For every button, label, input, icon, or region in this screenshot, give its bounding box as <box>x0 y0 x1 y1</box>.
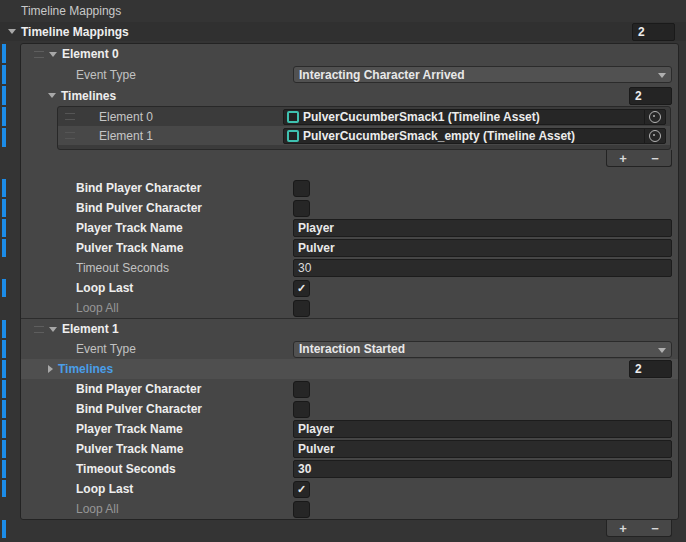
loop-last-checkbox[interactable]: ✓ <box>293 481 310 498</box>
drag-handle-icon[interactable] <box>34 51 44 58</box>
foldout-open-icon[interactable] <box>49 52 57 57</box>
timeline-list-item[interactable]: Element 0 PulverCucumberSmack1 (Timeline… <box>58 107 670 126</box>
event-type-value: Interacting Character Arrived <box>299 68 465 82</box>
timeout-row: Timeout Seconds 30 <box>21 258 678 278</box>
timeout-row: Timeout Seconds 30 <box>21 459 678 479</box>
pulver-track-row: Pulver Track Name Pulver <box>21 439 678 459</box>
timeout-input[interactable]: 30 <box>293 460 672 478</box>
pulver-track-input[interactable]: Pulver <box>293 440 672 458</box>
timeline-asset-icon <box>287 111 299 123</box>
property-label: Timeline Mappings <box>21 4 121 18</box>
bind-pulver-label: Bind Pulver Character <box>76 402 202 416</box>
bind-pulver-label: Bind Pulver Character <box>76 201 202 215</box>
inspector-panel: Timeline Mappings Timeline Mappings 2 El… <box>0 0 686 542</box>
loop-last-label: Loop Last <box>76 281 133 295</box>
foldout-open-icon[interactable] <box>48 93 56 98</box>
timeline-object-value: PulverCucumberSmack1 (Timeline Asset) <box>303 110 540 124</box>
chevron-down-icon <box>658 348 666 353</box>
timeline-asset-icon <box>287 130 299 142</box>
element-1-header[interactable]: Element 1 <box>21 319 678 339</box>
element-0-header[interactable]: Element 0 <box>21 44 678 64</box>
timeline-mappings-title: Timeline Mappings <box>21 25 129 39</box>
pulver-track-input[interactable]: Pulver <box>293 239 672 257</box>
timelines-list: Element 0 PulverCucumberSmack1 (Timeline… <box>57 106 671 150</box>
element-title: Element 1 <box>62 322 119 336</box>
pulver-track-label: Pulver Track Name <box>76 442 183 456</box>
foldout-open-icon[interactable] <box>49 327 57 332</box>
player-track-input[interactable]: Player <box>293 420 672 438</box>
timeline-object-value: PulverCucumberSmack_empty (Timeline Asse… <box>303 129 575 143</box>
foldout-open-icon[interactable] <box>8 29 16 34</box>
pulver-track-row: Pulver Track Name Pulver <box>21 238 678 258</box>
bind-player-row: Bind Player Character <box>21 178 678 198</box>
timeout-label: Timeout Seconds <box>76 462 176 476</box>
timeline-list-item[interactable]: Element 1 PulverCucumberSmack_empty (Tim… <box>58 126 670 145</box>
timeline-mappings-header[interactable]: Timeline Mappings 2 <box>0 22 686 41</box>
loop-last-row: Loop Last ✓ <box>21 479 678 499</box>
loop-all-label: Loop All <box>76 502 119 516</box>
event-type-row: Event Type Interaction Started <box>21 339 678 359</box>
timelines-label: Timelines <box>58 362 113 376</box>
bind-player-row: Bind Player Character <box>21 379 678 399</box>
timelines-label: Timelines <box>61 89 116 103</box>
loop-all-checkbox[interactable] <box>293 300 310 317</box>
remove-button[interactable]: − <box>641 521 669 536</box>
timelines-list-footer: + − <box>21 150 678 167</box>
add-button[interactable]: + <box>609 521 637 536</box>
timeline-item-label: Element 0 <box>99 110 153 124</box>
object-field-divider <box>644 110 645 124</box>
timeline-mappings-box: Element 0 Event Type Interacting Charact… <box>20 43 679 520</box>
loop-all-row: Loop All <box>21 499 678 519</box>
loop-all-checkbox[interactable] <box>293 501 310 518</box>
player-track-row: Player Track Name Player <box>21 218 678 238</box>
event-type-dropdown[interactable]: Interaction Started <box>293 341 672 358</box>
event-type-value: Interaction Started <box>299 342 405 356</box>
drag-handle-icon[interactable] <box>65 132 75 139</box>
bind-player-checkbox[interactable] <box>293 180 310 197</box>
pulver-track-label: Pulver Track Name <box>76 241 183 255</box>
timeline-mappings-footer: + − <box>0 520 679 538</box>
bind-pulver-row: Bind Pulver Character <box>21 399 678 419</box>
bind-player-label: Bind Player Character <box>76 181 201 195</box>
loop-all-row: Loop All <box>21 298 678 318</box>
add-button[interactable]: + <box>609 151 637 166</box>
timelines-size-field[interactable]: 2 <box>629 360 672 378</box>
player-track-label: Player Track Name <box>76 422 183 436</box>
timeline-object-field[interactable]: PulverCucumberSmack1 (Timeline Asset) <box>283 109 666 125</box>
bind-player-checkbox[interactable] <box>293 381 310 398</box>
remove-button[interactable]: − <box>641 151 669 166</box>
bind-player-label: Bind Player Character <box>76 382 201 396</box>
loop-all-label: Loop All <box>76 301 119 315</box>
bind-pulver-checkbox[interactable] <box>293 401 310 418</box>
player-track-input[interactable]: Player <box>293 219 672 237</box>
drag-handle-icon[interactable] <box>34 326 44 333</box>
element-title: Element 0 <box>62 47 119 61</box>
foldout-closed-icon[interactable] <box>48 365 53 373</box>
player-track-row: Player Track Name Player <box>21 419 678 439</box>
event-type-label: Event Type <box>76 342 136 356</box>
object-field-divider <box>644 129 645 143</box>
timeout-label: Timeout Seconds <box>76 261 169 275</box>
loop-last-checkbox[interactable]: ✓ <box>293 280 310 297</box>
chevron-down-icon <box>658 73 666 78</box>
bind-pulver-row: Bind Pulver Character <box>21 198 678 218</box>
loop-last-label: Loop Last <box>76 482 133 496</box>
event-type-label: Event Type <box>76 68 136 82</box>
object-picker-icon[interactable] <box>649 130 661 142</box>
bind-pulver-checkbox[interactable] <box>293 200 310 217</box>
timelines-header-row-collapsed[interactable]: Timelines 2 <box>21 359 678 379</box>
timeout-input[interactable]: 30 <box>293 259 672 277</box>
property-label-row: Timeline Mappings <box>0 0 686 22</box>
object-picker-icon[interactable] <box>649 111 661 123</box>
timelines-header-row[interactable]: Timelines 2 <box>21 85 678 106</box>
drag-handle-icon[interactable] <box>65 113 75 120</box>
event-type-dropdown[interactable]: Interacting Character Arrived <box>293 66 672 83</box>
loop-last-row: Loop Last ✓ <box>21 278 678 298</box>
timeline-object-field[interactable]: PulverCucumberSmack_empty (Timeline Asse… <box>283 128 666 144</box>
event-type-row: Event Type Interacting Character Arrived <box>21 64 678 85</box>
timeline-item-label: Element 1 <box>99 129 153 143</box>
array-size-field[interactable]: 2 <box>632 23 675 41</box>
timelines-size-field[interactable]: 2 <box>629 87 672 105</box>
player-track-label: Player Track Name <box>76 221 183 235</box>
